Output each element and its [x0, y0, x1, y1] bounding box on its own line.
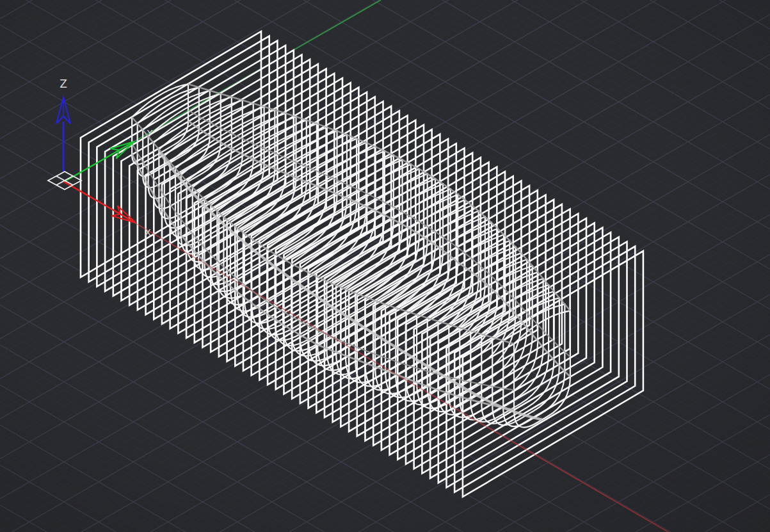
ucs-label-z: Z: [60, 77, 67, 90]
cad-application-window: Z Y X: [0, 0, 770, 532]
cad-3d-viewport[interactable]: Z Y X: [0, 0, 770, 532]
ucs-label-y: Y: [147, 128, 153, 138]
ucs-label-x: X: [145, 227, 151, 238]
